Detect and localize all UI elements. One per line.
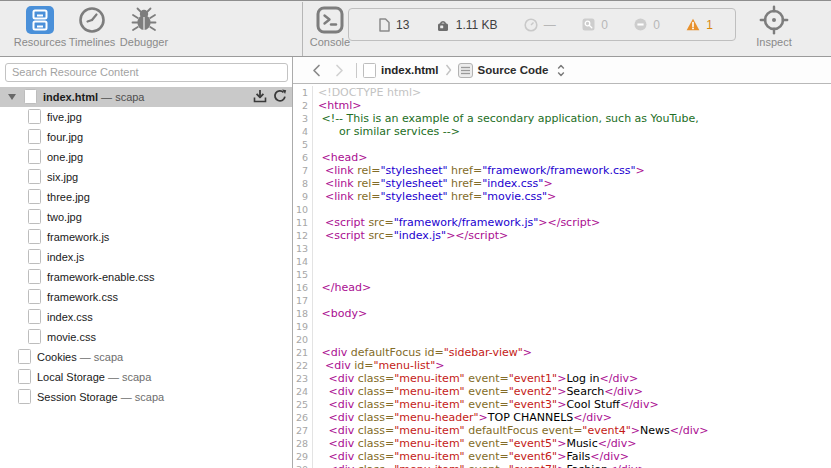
file-icon [28, 249, 41, 264]
forward-button[interactable] [330, 64, 348, 77]
code-line: 3 <!-- This is an example of a secondary… [293, 112, 831, 125]
code-text: <div class="menu-item" event="event6">Fa… [313, 450, 629, 463]
resource-origin: — scapa [98, 91, 144, 103]
storage-icon [18, 389, 31, 404]
line-number: 23 [293, 372, 313, 385]
download-resource-button[interactable] [252, 89, 267, 104]
view-mode-label: Source Code [478, 64, 549, 76]
resource-name: index.html [43, 91, 98, 103]
chevron-right-icon [335, 64, 344, 77]
debugger-bug-icon [112, 4, 176, 35]
code-line: 10 [293, 203, 831, 216]
view-mode-selector[interactable]: Source Code [458, 63, 566, 78]
file-label: framework-enable.css [47, 271, 155, 283]
line-number: 4 [293, 125, 313, 138]
inspect-button[interactable]: Inspect [742, 4, 806, 48]
toolbar: Resources Timelines [0, 1, 831, 57]
line-number: 18 [293, 307, 313, 320]
line-number: 21 [293, 346, 313, 359]
reload-resource-button[interactable] [272, 89, 287, 104]
file-label: four.jpg [47, 131, 83, 143]
code-text: <div class="menu-header">TOP CHANNELS</d… [313, 411, 612, 424]
warnings-stat[interactable]: 1 [686, 18, 713, 32]
debugger-label: Debugger [112, 36, 176, 48]
clock-icon [524, 18, 538, 32]
transfer-size: 1.11 KB [456, 18, 498, 32]
chevron-left-icon [312, 64, 321, 77]
line-number: 22 [293, 359, 313, 372]
transfer-size-stat: 1.11 KB [436, 18, 498, 32]
tree-row-file[interactable]: index.css [0, 307, 292, 327]
line-number: 13 [293, 242, 313, 255]
tree-row-file[interactable]: three.jpg [0, 187, 292, 207]
line-number: 5 [293, 138, 313, 151]
line-number: 6 [293, 151, 313, 164]
tree-row-file[interactable]: index.js [0, 247, 292, 267]
logs-stat[interactable]: 0 [582, 18, 608, 32]
tree-row-session-storage[interactable]: Session Storage — scapa [0, 387, 292, 407]
breadcrumb-file[interactable]: index.html [363, 63, 439, 78]
code-text: <head> [313, 151, 367, 164]
file-icon [28, 109, 41, 124]
code-text: <!DOCTYPE html> [313, 86, 421, 99]
file-label: three.jpg [47, 191, 90, 203]
tree-row-file[interactable]: five.jpg [0, 107, 292, 127]
code-line: 29 <div class="menu-item" event="event6"… [293, 450, 831, 463]
tree-row-file[interactable]: four.jpg [0, 127, 292, 147]
file-icon [28, 129, 41, 144]
view-mode-stepper-icon [557, 64, 565, 77]
activity-dashboard: 13 1.11 KB — [348, 8, 736, 41]
tree-row-cookies[interactable]: Cookies — scapa [0, 347, 292, 367]
tree-row-file[interactable]: movie.css [0, 327, 292, 347]
search-input[interactable] [5, 63, 288, 82]
errors-stat[interactable]: 0 [634, 18, 660, 32]
line-number: 30 [293, 463, 313, 468]
tree-row-file[interactable]: framework.js [0, 227, 292, 247]
logs-count: 0 [601, 18, 608, 32]
breadcrumb-file-name: index.html [381, 64, 439, 76]
tree-row-file[interactable]: six.jpg [0, 167, 292, 187]
tree-row-file[interactable]: framework-enable.css [0, 267, 292, 287]
inspector-window: Resources Timelines [0, 0, 831, 468]
line-number: 10 [293, 203, 313, 216]
load-time: — [544, 18, 556, 32]
line-number: 26 [293, 411, 313, 424]
code-text [313, 255, 318, 268]
warning-icon [686, 18, 700, 31]
code-text: <script src="index.js"></script> [313, 229, 508, 242]
storage-origin: — scapa [118, 391, 164, 403]
file-icon [28, 229, 41, 244]
line-number: 19 [293, 320, 313, 333]
code-text: <html> [313, 99, 362, 112]
line-number: 11 [293, 216, 313, 229]
code-text: or similar services --> [313, 125, 460, 138]
tree-row-local-storage[interactable]: Local Storage — scapa [0, 367, 292, 387]
reload-icon [273, 89, 287, 103]
debugger-tab-button[interactable]: Debugger [112, 4, 176, 48]
code-line: 23 <div class="menu-item" event="event1"… [293, 372, 831, 385]
file-icon [28, 149, 41, 164]
code-text: <div class="menu-item" event="event2">Se… [313, 385, 643, 398]
code-line: 9 <link rel="stylesheet" href="movie.css… [293, 190, 831, 203]
tree-row-file[interactable]: two.jpg [0, 207, 292, 227]
document-icon [24, 89, 37, 104]
storage-name: Local Storage [37, 371, 105, 383]
code-line: 15 [293, 268, 831, 281]
resource-count-stat[interactable]: 13 [379, 18, 409, 32]
file-icon [28, 209, 41, 224]
main-split: index.html — scapa [0, 57, 831, 468]
tree-row-index-html[interactable]: index.html — scapa [0, 87, 292, 107]
document-icon [379, 18, 390, 32]
disclosure-triangle-icon[interactable] [8, 94, 16, 100]
navbar-divider [356, 63, 357, 78]
error-icon [634, 18, 647, 31]
tree-row-file[interactable]: one.jpg [0, 147, 292, 167]
code-line: 4 or similar services --> [293, 125, 831, 138]
download-icon [253, 89, 267, 103]
back-button[interactable] [307, 64, 325, 77]
file-icon [28, 169, 41, 184]
tree-row-file[interactable]: framework.css [0, 287, 292, 307]
code-text: <div class="menu-item" defaultFocus even… [313, 424, 708, 437]
code-text: <link rel="stylesheet" href="movie.css"> [313, 190, 556, 203]
file-label: index.js [47, 251, 84, 263]
